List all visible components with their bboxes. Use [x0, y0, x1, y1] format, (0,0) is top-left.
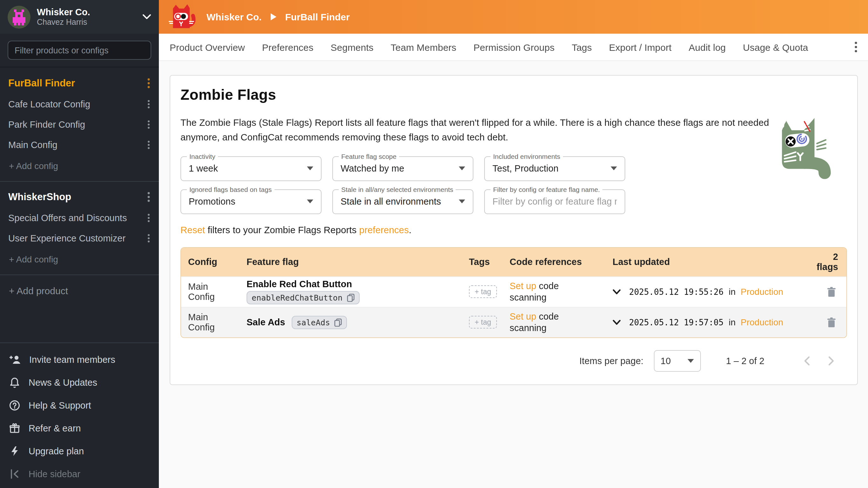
- add-config-button[interactable]: + Add config: [0, 248, 159, 270]
- sidebar-product-furball-finder[interactable]: FurBall Finder: [0, 72, 159, 94]
- org-avatar: [8, 5, 31, 28]
- expand-row-chevron-icon[interactable]: [613, 319, 621, 325]
- delete-flag-button[interactable]: [806, 317, 846, 328]
- zombie-flags-card: Zombie Flags The Z: [170, 75, 858, 385]
- flag-name: Enable Red Chat Button: [247, 279, 459, 289]
- updated-timestamp: 2025.05.12 19:55:26: [629, 287, 723, 297]
- add-product-button[interactable]: + Add product: [0, 280, 159, 302]
- col-config: Config: [181, 257, 240, 267]
- table-row: Main Config Sale Ads saleAds + tag Se: [181, 307, 846, 337]
- tab-product-overview[interactable]: Product Overview: [170, 41, 245, 53]
- name-filter-input[interactable]: [492, 197, 617, 207]
- items-per-page-label: Items per page:: [580, 356, 644, 366]
- environments-select[interactable]: Included environments Test, Production: [484, 156, 625, 181]
- delete-flag-button[interactable]: [806, 286, 846, 297]
- sidebar-config-main-config[interactable]: Main Config: [0, 135, 159, 155]
- tab-team-members[interactable]: Team Members: [391, 41, 457, 53]
- tab-export-import[interactable]: Export / Import: [609, 41, 672, 53]
- kebab-menu-icon[interactable]: [148, 234, 150, 243]
- sidebar-config-ux-customizer[interactable]: User Experience Customizer: [0, 228, 159, 248]
- flag-count-badge: 2 flags: [806, 252, 846, 272]
- col-feature-flag: Feature flag: [240, 257, 462, 267]
- config-cell: Main Config: [181, 281, 225, 302]
- dropdown-arrow-icon: [459, 200, 465, 204]
- tab-tags[interactable]: Tags: [571, 41, 592, 53]
- tab-usage-quota[interactable]: Usage & Quota: [743, 41, 808, 53]
- sidebar-config-park-finder[interactable]: Park Finder Config: [0, 114, 159, 135]
- add-tag-button[interactable]: + tag: [469, 285, 497, 298]
- breadcrumb-product[interactable]: FurBall Finder: [285, 11, 349, 22]
- code-references-cell: Set up code scanning: [503, 310, 585, 334]
- hide-sidebar-button[interactable]: Hide sidebar: [0, 463, 159, 485]
- dropdown-arrow-icon: [307, 167, 313, 171]
- sidebar-config-cafe-locator[interactable]: Cafe Locator Config: [0, 94, 159, 114]
- top-header: Whisker Co. FurBall Finder: [159, 0, 868, 34]
- add-config-button[interactable]: + Add config: [0, 155, 159, 177]
- sidebar-config-special-offers[interactable]: Special Offers and Discounts: [0, 208, 159, 228]
- config-name: Cafe Locator Config: [8, 99, 90, 109]
- preferences-link[interactable]: preferences: [359, 225, 409, 235]
- last-updated-cell: 2025.05.12 19:57:05 in Production: [606, 317, 806, 328]
- inactivity-select[interactable]: Inactivity 1 week: [181, 156, 321, 181]
- configcat-logo-icon: [168, 2, 196, 31]
- in-word: in: [728, 317, 736, 328]
- items-per-page-select[interactable]: 10: [654, 350, 701, 372]
- flag-key-chip: saleAds: [291, 316, 347, 329]
- tab-segments[interactable]: Segments: [331, 41, 374, 53]
- refer-earn-button[interactable]: Refer & earn: [0, 417, 159, 440]
- reset-link[interactable]: Reset: [181, 225, 205, 235]
- kebab-menu-icon[interactable]: [148, 192, 150, 202]
- product-list: FurBall Finder Cafe Locator Config Park …: [0, 67, 159, 342]
- filter-label: Stale in all/any selected environments: [339, 186, 456, 193]
- add-tag-button[interactable]: + tag: [469, 316, 497, 329]
- zombie-cat-illustration: [773, 109, 839, 182]
- tab-permission-groups[interactable]: Permission Groups: [473, 41, 554, 53]
- chevron-left-icon: [803, 356, 811, 366]
- kebab-menu-icon[interactable]: [148, 141, 150, 149]
- in-word: in: [728, 287, 736, 297]
- stale-mode-select[interactable]: Stale in all/any selected environments S…: [332, 189, 473, 214]
- ignored-tags-select[interactable]: Ignored flags based on tags Promotions: [181, 189, 321, 214]
- help-support-button[interactable]: Help & Support: [0, 394, 159, 417]
- footer-item-label: Upgrade plan: [29, 446, 84, 456]
- reset-text: filters to your Zombie Flags Reports: [205, 225, 359, 235]
- invite-team-members-button[interactable]: Invite team members: [0, 348, 159, 371]
- filter-label: Inactivity: [187, 152, 218, 160]
- previous-page-button[interactable]: [795, 356, 819, 366]
- col-code-references: Code references: [503, 257, 606, 267]
- expand-row-chevron-icon[interactable]: [613, 289, 621, 295]
- copy-icon[interactable]: [335, 318, 342, 327]
- environment-link[interactable]: Production: [741, 287, 783, 297]
- footer-item-label: Refer & earn: [29, 423, 81, 433]
- next-page-button[interactable]: [819, 356, 843, 366]
- breadcrumb-org[interactable]: Whisker Co.: [207, 11, 261, 22]
- product-name: FurBall Finder: [8, 78, 75, 89]
- kebab-menu-icon[interactable]: [148, 100, 150, 109]
- filter-value: Test, Production: [492, 163, 559, 174]
- tab-audit-log[interactable]: Audit log: [689, 41, 726, 53]
- table-header-row: Config Feature flag Tags Code references…: [181, 248, 846, 276]
- chevron-right-icon: [827, 356, 835, 366]
- kebab-menu-icon[interactable]: [148, 78, 150, 88]
- filter-value: Watched by me: [341, 163, 404, 174]
- page-range: 1 – 2 of 2: [726, 356, 765, 366]
- environment-link[interactable]: Production: [741, 317, 783, 328]
- tab-preferences[interactable]: Preferences: [262, 41, 314, 53]
- divider: [0, 181, 159, 182]
- footer-item-label: News & Updates: [29, 377, 97, 388]
- sidebar-product-whiskershop[interactable]: WhiskerShop: [0, 186, 159, 208]
- setup-code-scanning-link[interactable]: Set up: [509, 311, 536, 321]
- setup-code-scanning-link[interactable]: Set up: [509, 280, 536, 291]
- news-updates-button[interactable]: News & Updates: [0, 371, 159, 394]
- reset-sentence: Reset filters to your Zombie Flags Repor…: [181, 225, 847, 235]
- flag-scope-select[interactable]: Feature flag scope Watched by me: [332, 156, 473, 181]
- kebab-menu-icon[interactable]: [148, 120, 150, 129]
- org-switcher[interactable]: Whisker Co. Chavez Harris: [0, 0, 159, 34]
- kebab-menu-icon[interactable]: [148, 214, 150, 222]
- dropdown-arrow-icon: [687, 359, 693, 363]
- bell-icon: [9, 377, 20, 388]
- upgrade-plan-button[interactable]: Upgrade plan: [0, 440, 159, 463]
- sidebar-filter-input[interactable]: [8, 41, 151, 60]
- nav-overflow-kebab-icon[interactable]: [855, 41, 857, 53]
- copy-icon[interactable]: [347, 294, 354, 302]
